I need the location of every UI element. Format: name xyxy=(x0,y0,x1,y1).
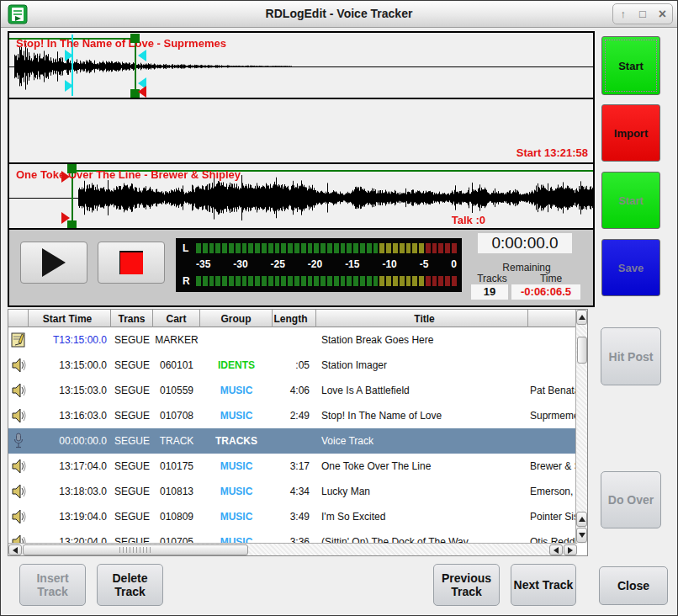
vertical-scroll-thumb[interactable] xyxy=(577,337,587,364)
start-marker-icon[interactable] xyxy=(61,171,70,183)
maximize-window-button[interactable]: □ xyxy=(634,4,651,24)
start-marker-icon[interactable] xyxy=(61,212,70,224)
meter-segment xyxy=(379,276,384,286)
meter-scale-tick: -10 xyxy=(382,258,396,270)
previous-track-button[interactable]: Previous Track xyxy=(433,564,500,606)
vertical-scrollbar[interactable] xyxy=(575,310,587,544)
window-controls: ↑ □ × xyxy=(612,3,673,24)
log-row[interactable]: 13:15:00.0SEGUE060101IDENTS:05Station Im… xyxy=(8,353,577,378)
meter-segment xyxy=(360,243,365,253)
meter-scale-tick: -20 xyxy=(308,258,322,270)
meter-segment xyxy=(432,243,437,253)
meter-segment xyxy=(215,243,220,253)
remaining-label: Remaining xyxy=(468,262,585,273)
meter-segment xyxy=(242,276,247,286)
start-track1-button[interactable]: Start xyxy=(601,36,660,95)
meter-segment xyxy=(281,276,286,286)
do-over-button: Do Over xyxy=(601,471,661,528)
meter-segment xyxy=(367,276,372,286)
horizontal-scrollbar[interactable] xyxy=(8,543,577,555)
meter-segment xyxy=(294,276,299,286)
column-header-blank[interactable] xyxy=(8,310,29,327)
meter-segment xyxy=(215,276,220,286)
speaker-icon xyxy=(8,459,29,474)
cell-trans: SEGUE xyxy=(111,460,153,472)
log-row[interactable]: 13:15:03.0SEGUE010559MUSIC4:06Love Is A … xyxy=(8,378,577,403)
scroll-down-button[interactable] xyxy=(576,528,587,543)
cell-trans: SEGUE xyxy=(111,334,153,346)
end-marker-icon[interactable] xyxy=(138,86,146,98)
hit-post-button: Hit Post xyxy=(601,327,661,385)
play-button[interactable] xyxy=(20,242,87,284)
remaining-tracks-value: 19 xyxy=(471,284,508,300)
segue-handle-top[interactable] xyxy=(130,34,140,43)
column-header-cart[interactable]: Cart xyxy=(153,310,200,327)
meter-segment xyxy=(255,276,260,286)
cell-title: I'm So Excited xyxy=(316,511,528,523)
meter-segment xyxy=(347,276,352,286)
column-header-trans[interactable]: Trans xyxy=(111,310,153,327)
stop-button[interactable] xyxy=(98,242,165,284)
log-row[interactable]: 00:00:00.0SEGUETRACKTRACKSVoice Track xyxy=(8,428,577,454)
fade-marker-icon[interactable] xyxy=(138,50,146,61)
scroll-up-button[interactable] xyxy=(576,310,587,325)
log-row[interactable]: T13:15:00.0SEGUEMARKERStation Break Goes… xyxy=(8,327,577,353)
arrow-up-icon xyxy=(579,315,585,320)
meter-segment xyxy=(203,243,208,253)
log-row[interactable]: 13:20:04.0SEGUE010705MUSIC3:36(Sittin' O… xyxy=(8,529,577,544)
log-table-rows: T13:15:00.0SEGUEMARKERStation Break Goes… xyxy=(8,327,577,544)
horizontal-scroll-thumb[interactable] xyxy=(23,544,248,555)
close-window-button[interactable]: × xyxy=(654,4,670,24)
log-row[interactable]: 13:16:03.0SEGUE010708MUSIC2:49Stop! In T… xyxy=(8,403,577,428)
waveform-panel-outgoing[interactable]: Stop! In The Name of Love - Suprmemes xyxy=(9,33,593,99)
log-row[interactable]: 13:19:04.0SEGUE010809MUSIC3:49I'm So Exc… xyxy=(8,504,577,529)
meter-left-label: L xyxy=(183,242,196,254)
stop-icon xyxy=(119,251,143,274)
next-track-button[interactable]: Next Track xyxy=(511,564,576,606)
shade-window-button[interactable]: ↑ xyxy=(615,4,632,24)
meter-segment xyxy=(353,243,358,253)
scroll-left-button-2[interactable] xyxy=(549,544,563,555)
cell-group: MUSIC xyxy=(200,460,273,472)
column-header-length[interactable]: Length xyxy=(273,310,316,327)
scroll-left-button[interactable] xyxy=(8,544,22,555)
meter-segment xyxy=(452,243,457,253)
close-button[interactable]: Close xyxy=(599,566,668,605)
fade-marker-icon[interactable] xyxy=(65,80,73,92)
cell-length: 3:49 xyxy=(273,511,316,523)
waveform-panel-voicetrack[interactable]: Start 13:21:58 xyxy=(9,99,593,164)
column-header-title[interactable]: Title xyxy=(316,310,528,327)
log-row[interactable]: 13:18:03.0SEGUE010813MUSIC4:34Lucky ManE… xyxy=(8,479,577,504)
meter-segment xyxy=(347,243,352,253)
scroll-up-button-2[interactable] xyxy=(576,512,587,527)
remaining-tracks-label: Tracks xyxy=(468,273,516,284)
fade-marker-icon[interactable] xyxy=(65,50,73,61)
meter-segment xyxy=(262,276,267,286)
scroll-right-button[interactable] xyxy=(564,544,577,555)
meter-segment xyxy=(334,276,339,286)
remaining-time-value: -0:06:06.5 xyxy=(511,284,580,300)
meter-segment xyxy=(268,243,273,253)
meter-segment xyxy=(360,276,365,286)
meter-segment xyxy=(320,276,326,286)
meter-segment xyxy=(275,276,280,286)
play-icon xyxy=(42,248,66,277)
import-button[interactable]: Import xyxy=(601,104,660,162)
meter-segment xyxy=(275,243,280,253)
meter-segment xyxy=(222,243,227,253)
meter-segment xyxy=(426,243,431,253)
meter-segment xyxy=(406,243,411,253)
log-row[interactable]: 13:17:04.0SEGUE010175MUSIC3:17One Toke O… xyxy=(8,454,577,479)
cell-start: 13:15:03.0 xyxy=(29,385,111,396)
waveform-panel-incoming[interactable]: One Toke Over The Line - Brewer & Shiple… xyxy=(9,164,593,230)
delete-track-button[interactable]: Delete Track xyxy=(97,564,163,606)
meter-left-bar xyxy=(196,243,457,253)
meter-segment xyxy=(203,276,208,286)
meter-segment xyxy=(386,243,391,253)
column-header-group[interactable]: Group xyxy=(200,310,273,327)
meter-right-label: R xyxy=(183,275,196,287)
cell-trans: SEGUE xyxy=(111,435,153,447)
cell-artist: Suprmemes xyxy=(528,410,577,422)
column-header-start-time[interactable]: Start Time xyxy=(29,310,111,327)
column-header-blank[interactable] xyxy=(528,310,577,327)
